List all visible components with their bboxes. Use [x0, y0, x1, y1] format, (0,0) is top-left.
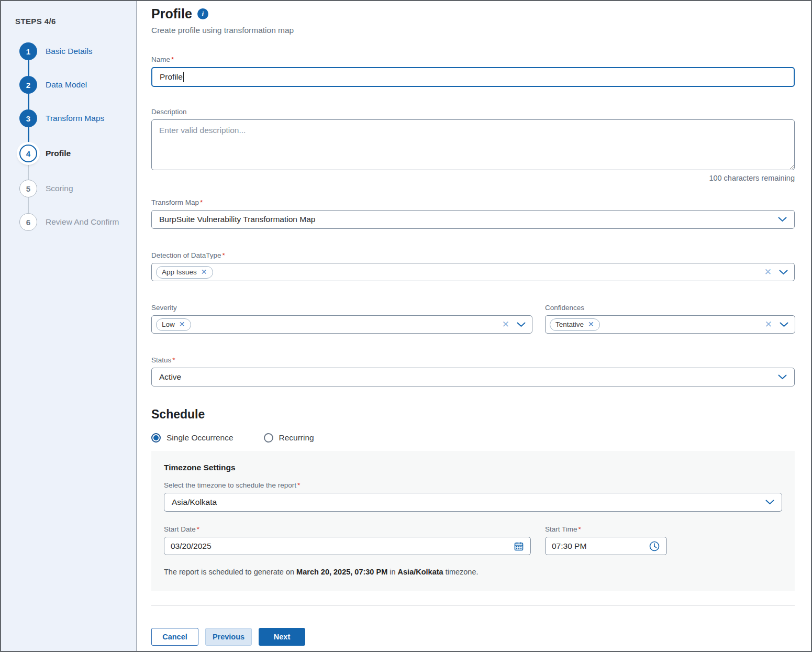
start-date-label: Start Date* [164, 525, 531, 533]
step-connector [28, 127, 29, 145]
timezone-select[interactable]: Asia/Kolkata [164, 493, 782, 512]
summary-timezone: Asia/Kolkata [398, 568, 443, 576]
clear-selection-icon[interactable]: ✕ [765, 320, 772, 329]
previous-button[interactable]: Previous [205, 628, 252, 646]
name-value: Profile [160, 72, 183, 82]
step-number-badge: 2 [19, 76, 37, 94]
clock-icon[interactable] [649, 540, 660, 552]
schedule-type-radio-group: Single Occurrence Recurring [151, 433, 795, 443]
severity-multiselect[interactable]: Low ✕ ✕ [151, 315, 532, 334]
step-label[interactable]: Basic Details [46, 47, 93, 56]
text-caret [183, 72, 184, 82]
step-label[interactable]: Scoring [46, 184, 73, 193]
chevron-down-icon[interactable] [780, 322, 788, 327]
radio-selected-icon[interactable] [151, 433, 161, 443]
sidebar-step-basic-details[interactable]: 1 Basic Details [19, 42, 136, 60]
timezone-value: Asia/Kolkata [172, 498, 765, 507]
step-number-badge: 5 [19, 180, 37, 197]
footer-divider [151, 605, 795, 606]
wizard-page: STEPS 4/6 1 Basic Details 2 Data Model 3… [0, 0, 812, 652]
step-number-badge-active: 4 [19, 145, 37, 162]
status-select[interactable]: Active [151, 368, 795, 386]
footer-actions: Cancel Previous Next [151, 628, 795, 646]
timezone-settings-heading: Timezone Settings [164, 463, 782, 472]
name-input[interactable]: Profile [151, 67, 795, 87]
transform-map-select[interactable]: BurpSuite Vulnerability Transformation M… [151, 210, 795, 229]
remove-chip-icon[interactable]: ✕ [588, 321, 594, 328]
start-date-input[interactable]: 03/20/2025 [164, 537, 531, 555]
remove-chip-icon[interactable]: ✕ [201, 268, 207, 275]
cancel-button[interactable]: Cancel [151, 628, 198, 646]
timezone-settings-panel: Timezone Settings Select the timezone to… [151, 451, 795, 591]
chip-label: Tentative [555, 321, 584, 328]
stepper: 1 Basic Details 2 Data Model 3 Transform… [19, 42, 136, 231]
radio-single-occurrence[interactable]: Single Occurrence [151, 433, 233, 443]
name-label: Name* [151, 56, 795, 63]
chevron-down-icon[interactable] [778, 374, 787, 380]
start-time-input[interactable]: 07:30 PM [545, 537, 667, 555]
radio-unselected-icon[interactable] [264, 433, 273, 443]
page-title: Profile [151, 6, 192, 21]
sidebar-step-scoring[interactable]: 5 Scoring [19, 180, 136, 197]
sidebar-step-profile[interactable]: 4 Profile [19, 145, 136, 162]
step-label[interactable]: Profile [46, 149, 71, 158]
chip-tentative[interactable]: Tentative ✕ [550, 318, 600, 331]
sidebar-step-data-model[interactable]: 2 Data Model [19, 76, 136, 94]
radio-label: Single Occurrence [166, 433, 233, 443]
confidences-multiselect[interactable]: Tentative ✕ ✕ [545, 315, 795, 334]
steps-sidebar: STEPS 4/6 1 Basic Details 2 Data Model 3… [1, 1, 137, 651]
clear-selection-icon[interactable]: ✕ [764, 268, 772, 277]
step-connector [28, 94, 29, 109]
calendar-icon[interactable] [514, 541, 524, 551]
detection-datatype-label: Detection of DataType* [151, 251, 795, 259]
sidebar-step-transform-maps[interactable]: 3 Transform Maps [19, 109, 136, 127]
step-number-badge: 1 [19, 42, 37, 60]
status-label: Status* [151, 356, 795, 364]
detection-datatype-multiselect[interactable]: App Issues ✕ ✕ [151, 263, 795, 281]
step-connector [28, 197, 29, 213]
schedule-heading: Schedule [151, 407, 795, 422]
summary-datetime: March 20, 2025, 07:30 PM [296, 568, 387, 576]
start-time-label: Start Time* [545, 525, 667, 533]
radio-recurring[interactable]: Recurring [264, 433, 314, 443]
characters-remaining: 100 characters remaining [151, 174, 795, 182]
transform-map-value: BurpSuite Vulnerability Transformation M… [159, 215, 778, 224]
chevron-down-icon[interactable] [517, 322, 526, 327]
next-button[interactable]: Next [259, 628, 305, 646]
profile-form-panel: Profile i Create profile using transform… [137, 1, 811, 651]
step-number-badge: 3 [19, 109, 37, 127]
status-value: Active [159, 372, 778, 382]
step-number-badge: 6 [19, 213, 37, 231]
timezone-select-label: Select the timezone to schedule the repo… [164, 481, 782, 489]
step-label[interactable]: Data Model [46, 80, 87, 90]
step-label[interactable]: Transform Maps [46, 114, 104, 123]
chevron-down-icon[interactable] [779, 270, 788, 275]
chip-low[interactable]: Low ✕ [156, 318, 191, 331]
clear-selection-icon[interactable]: ✕ [502, 320, 509, 329]
step-label[interactable]: Review And Confirm [46, 217, 119, 227]
chevron-down-icon[interactable] [778, 217, 787, 222]
description-textarea[interactable] [151, 119, 795, 170]
radio-label: Recurring [279, 433, 314, 443]
schedule-summary: The report is scheduled to generate on M… [164, 568, 782, 576]
start-date-value: 03/20/2025 [171, 542, 514, 551]
chip-label: Low [162, 321, 175, 328]
chip-app-issues[interactable]: App Issues ✕ [156, 266, 213, 279]
info-icon[interactable]: i [197, 8, 208, 19]
sidebar-step-review-confirm[interactable]: 6 Review And Confirm [19, 213, 136, 231]
transform-map-label: Transform Map* [151, 198, 795, 206]
chip-label: App Issues [162, 268, 197, 276]
page-subtitle: Create profile using transformation map [151, 26, 795, 35]
remove-chip-icon[interactable]: ✕ [179, 321, 185, 328]
severity-label: Severity [151, 304, 532, 312]
step-connector [28, 162, 29, 180]
step-connector [28, 60, 29, 76]
steps-counter: STEPS 4/6 [15, 17, 136, 26]
confidences-label: Confidences [545, 304, 795, 312]
description-label: Description [151, 108, 795, 116]
chevron-down-icon[interactable] [765, 500, 774, 505]
start-time-value: 07:30 PM [552, 542, 649, 551]
